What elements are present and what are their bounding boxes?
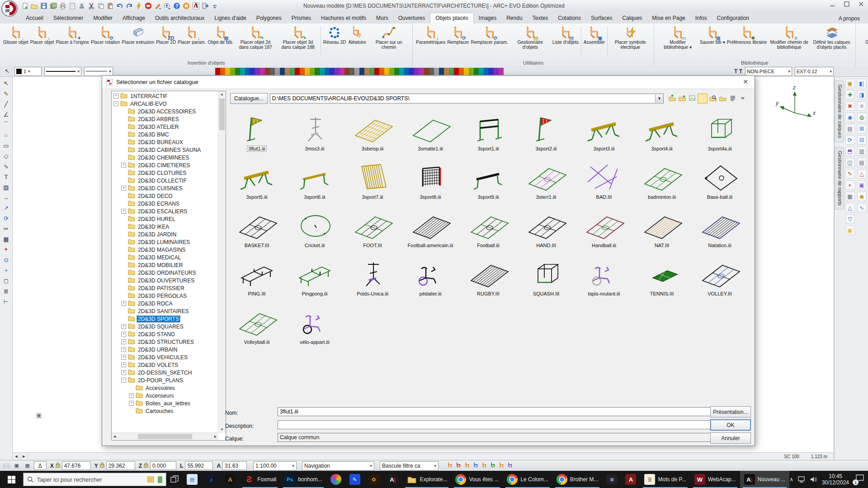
nom-input[interactable]: [278, 407, 711, 416]
taskbar-app-folder[interactable]: Explorate...: [402, 471, 452, 488]
palette-swatch[interactable]: [315, 68, 320, 75]
ribbon-button-d-finir-les-calques-d-objets-plac-s[interactable]: Définir les calques d'objets placés: [811, 25, 853, 51]
polygon-icon[interactable]: ◇: [2, 151, 11, 160]
piece-select[interactable]: NON-PIECE ▾: [745, 67, 792, 76]
taskbar-app-doc-blue[interactable]: ▤: [183, 471, 202, 488]
palette-swatch[interactable]: [300, 68, 305, 75]
ribbon-button-placer-objet-3d-dans-calque-188[interactable]: ↷Placer objet 3d dans calque 188: [277, 25, 319, 51]
panel2-icon[interactable]: ◨: [857, 90, 867, 99]
palette-swatch[interactable]: [454, 68, 459, 75]
print-icon[interactable]: [59, 2, 67, 10]
document-icon[interactable]: [68, 2, 76, 10]
file-item[interactable]: 3sport1.iii: [459, 107, 517, 155]
spline-icon[interactable]: ∿: [2, 162, 11, 171]
palette-swatch[interactable]: [489, 68, 494, 75]
redo-icon[interactable]: [125, 2, 133, 10]
palette-swatch[interactable]: [479, 68, 484, 75]
tree-item[interactable]: 2D&3D SANITAIRES: [112, 307, 218, 315]
tab-infos[interactable]: Infos: [690, 13, 712, 23]
file-item[interactable]: Poids-Unica.iii: [344, 252, 401, 300]
file-item[interactable]: 3sport2.iii: [517, 107, 575, 155]
delta-toggle[interactable]: Δ: [34, 461, 47, 470]
file-item[interactable]: 3mss3.iii: [286, 107, 344, 155]
pen-icon[interactable]: ✎: [2, 89, 11, 98]
line-icon[interactable]: ╱: [2, 99, 11, 108]
tab-modifier[interactable]: Modifier: [88, 13, 118, 23]
undo-icon[interactable]: [116, 2, 124, 10]
palette-swatch[interactable]: [230, 68, 235, 75]
maximize-icon[interactable]: [843, 0, 851, 8]
palette-swatch[interactable]: [225, 68, 230, 75]
hatch-icon[interactable]: ▨: [2, 183, 11, 192]
tab-objets-plac-s[interactable]: Objets placés: [430, 13, 474, 23]
file-item[interactable]: 3sport3.iii: [575, 107, 633, 155]
palette-swatch[interactable]: [240, 68, 245, 75]
palette-swatch[interactable]: [439, 68, 444, 75]
taskbar-app-photos[interactable]: [326, 471, 345, 488]
tab-polygones[interactable]: Polygones: [251, 13, 287, 23]
file-item[interactable]: Football-americain.iii: [401, 203, 459, 252]
visible-icon[interactable]: ◉: [845, 113, 855, 122]
folder-icon[interactable]: [718, 94, 727, 103]
file-item[interactable]: PING.III: [228, 252, 286, 300]
ribbon-button-placer-objet-2d-dans-calque-187[interactable]: ↷Placer objet 2d dans calque 187: [234, 25, 277, 51]
tree-item[interactable]: +2D&3D CIMETIERES: [112, 161, 218, 169]
open-file-icon[interactable]: [30, 2, 38, 10]
tree-expander-icon[interactable]: −: [121, 378, 126, 383]
stop-icon[interactable]: [144, 2, 152, 10]
chair-green-icon[interactable]: [490, 462, 496, 469]
ok-button[interactable]: OK: [710, 419, 751, 431]
file-item[interactable]: NAT.III: [633, 203, 691, 252]
file-item[interactable]: 3sport7.iii: [344, 155, 401, 203]
palette-swatch[interactable]: [474, 68, 479, 75]
save-all-icon[interactable]: [49, 2, 57, 10]
tab-hachures-et-motifs[interactable]: Hachures et motifs: [316, 13, 371, 23]
image-view-icon[interactable]: [688, 94, 697, 103]
close-icon[interactable]: [857, 0, 865, 8]
find-folder-icon[interactable]: [708, 94, 717, 103]
right-tab-calques[interactable]: Gestionnaire de calques: [835, 80, 844, 142]
details-view-icon[interactable]: [728, 94, 737, 103]
description-input[interactable]: [278, 420, 711, 429]
ribbon-button-param-triques[interactable]: ↓Paramétriques: [415, 25, 446, 46]
taskbar-search[interactable]: Taper ici pour rechercher: [23, 473, 166, 486]
catalogue-button[interactable]: Catalogue...: [230, 93, 268, 104]
exit-icon[interactable]: [201, 2, 209, 10]
erase-icon[interactable]: ◻: [2, 276, 11, 285]
lock-icon[interactable]: [56, 462, 60, 469]
print-icon[interactable]: ▤: [857, 158, 867, 167]
file-item[interactable]: 3sport4a.iii: [691, 107, 749, 155]
palette-swatch[interactable]: [250, 68, 255, 75]
grid-icon[interactable]: ▦: [845, 192, 855, 201]
ribbon-button-placer-symbole-lectrique[interactable]: Placer symbole électrique: [609, 25, 651, 51]
color-palette-strip[interactable]: [215, 68, 504, 75]
network-icon[interactable]: [798, 476, 806, 483]
tab-rendu[interactable]: Rendu: [501, 13, 527, 23]
palette-swatch[interactable]: [449, 68, 454, 75]
ribbon-button-modifier-biblioth-que-[interactable]: ▭Modifier bibliothèque ▾: [656, 25, 699, 51]
go-up-icon[interactable]: [668, 94, 677, 103]
tree-expander-icon[interactable]: +: [121, 339, 126, 344]
tree-item[interactable]: +2D&3D STRUCTURES: [112, 338, 218, 346]
tree-item[interactable]: +2D&3D ESCALIERS: [112, 207, 218, 215]
select-arrow-icon[interactable]: ↖: [2, 79, 11, 88]
tree-expander-icon[interactable]: −: [113, 101, 118, 106]
x-field[interactable]: 47.676: [62, 461, 91, 470]
file-item[interactable]: 3sport5.iii: [228, 155, 286, 203]
taskbar-app-chrome[interactable]: Vous êtes ...: [451, 471, 503, 488]
y-field[interactable]: 29.362: [106, 461, 135, 470]
tree-item[interactable]: 2D&3D CABINES SAUNA: [112, 146, 218, 154]
up-icon[interactable]: △: [845, 203, 855, 212]
circ-icon[interactable]: ◉: [857, 192, 867, 201]
volume-icon[interactable]: [810, 476, 817, 483]
tab-images[interactable]: Images: [474, 13, 501, 23]
tree-item[interactable]: 2D&3D CLOTURES: [112, 169, 218, 177]
palette-swatch[interactable]: [349, 68, 354, 75]
tree-item[interactable]: +2D-DESSIN_SKETCH: [112, 369, 218, 376]
ribbon-button-placer-sur-un-chemin[interactable]: Placer sur un chemin: [368, 25, 410, 51]
text-icon[interactable]: T: [2, 172, 11, 181]
palette-swatch[interactable]: [280, 68, 285, 75]
tab-textes[interactable]: Textes: [528, 13, 553, 23]
palette-swatch[interactable]: [499, 68, 504, 75]
ribbon-button-objet-de-bib-[interactable]: ▦Objet de bib.: [207, 25, 234, 46]
